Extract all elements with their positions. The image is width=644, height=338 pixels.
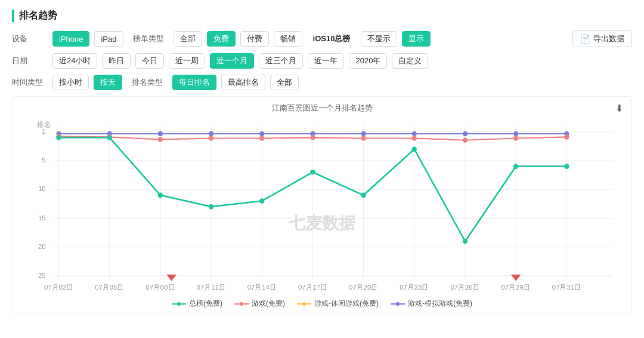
chart-title: 江南百景图近一个月排名趋势 [18, 103, 626, 113]
svg-point-43 [463, 131, 467, 137]
btn-by-hour[interactable]: 按小时 [52, 75, 89, 90]
btn-all-list[interactable]: 全部 [174, 31, 202, 47]
svg-text:07月17日: 07月17日 [298, 283, 327, 291]
chart-area: 江南百景图近一个月排名趋势 ⬇ 七麦数据 .axis-text { font-s… [12, 96, 632, 314]
btn-week[interactable]: 近一周 [169, 53, 205, 69]
legend-sim-free: 游戏-模拟游戏(免费) [391, 299, 472, 309]
export-button[interactable]: 📄 导出数据 [572, 30, 632, 47]
svg-text:5: 5 [42, 156, 45, 164]
svg-text:25: 25 [38, 271, 46, 279]
svg-point-41 [361, 131, 366, 137]
btn-paid[interactable]: 付费 [240, 31, 269, 47]
download-icon[interactable]: ⬇ [615, 103, 623, 114]
btn-free[interactable]: 免费 [207, 31, 236, 47]
rank-type-label: 排名类型 [132, 77, 168, 88]
svg-point-55 [513, 136, 518, 141]
btn-iphone[interactable]: iPhone [52, 31, 89, 47]
btn-24h[interactable]: 近24小时 [52, 53, 97, 69]
time-type-label: 时间类型 [12, 77, 48, 88]
legend-casual-free: 游戏-休闲游戏(免费) [297, 299, 379, 309]
svg-text:07月02日: 07月02日 [44, 283, 73, 291]
export-icon: 📄 [580, 34, 590, 44]
btn-by-day[interactable]: 按天 [94, 75, 122, 90]
legend-total-free-label: 总榜(免费) [189, 299, 222, 309]
svg-point-59 [158, 193, 163, 198]
chart-wrapper: 七麦数据 .axis-text { font-size: 11px; fill:… [18, 116, 626, 295]
main-container: 排名趋势 设备 iPhone iPad 榜单类型 全部 免费 付费 畅销 iOS… [0, 0, 644, 324]
svg-point-39 [259, 131, 264, 137]
btn-today[interactable]: 今日 [135, 53, 164, 69]
btn-month[interactable]: 近一个月 [210, 53, 254, 69]
btn-yesterday[interactable]: 昨日 [102, 53, 131, 69]
btn-3months[interactable]: 近三个月 [259, 53, 303, 69]
svg-marker-68 [166, 275, 177, 281]
svg-text:15: 15 [38, 213, 46, 221]
svg-point-67 [564, 164, 569, 169]
svg-text:10: 10 [38, 185, 46, 192]
list-type-label: 榜单类型 [133, 33, 169, 44]
svg-text:07月20日: 07月20日 [349, 283, 378, 291]
svg-point-57 [56, 135, 61, 140]
svg-point-73 [240, 302, 243, 306]
svg-point-58 [107, 135, 112, 140]
svg-text:07月11日: 07月11日 [197, 283, 226, 291]
svg-point-61 [259, 198, 264, 204]
btn-bestseller[interactable]: 畅销 [274, 31, 302, 47]
btn-show[interactable]: 显示 [402, 31, 431, 47]
legend-casual-free-label: 游戏-休闲游戏(免费) [314, 299, 379, 309]
section-title: 排名趋势 [12, 10, 632, 22]
svg-point-60 [209, 204, 213, 210]
btn-all-rank[interactable]: 全部 [270, 75, 299, 90]
btn-2020[interactable]: 2020年 [349, 53, 387, 69]
svg-text:07月26日: 07月26日 [450, 283, 479, 291]
svg-point-44 [513, 131, 518, 137]
svg-point-50 [259, 136, 264, 141]
device-label: 设备 [12, 33, 48, 44]
svg-point-71 [177, 302, 181, 306]
svg-text:07月05日: 07月05日 [95, 283, 124, 291]
legend-game-free-label: 游戏(免费) [252, 299, 285, 309]
svg-text:07月31日: 07月31日 [552, 283, 581, 291]
svg-text:07月23日: 07月23日 [400, 283, 429, 291]
btn-daily-rank[interactable]: 每日排名 [172, 75, 216, 90]
legend-total-free: 总榜(免费) [172, 299, 222, 309]
svg-point-53 [412, 136, 417, 141]
legend-game-free: 游戏(免费) [234, 299, 285, 309]
svg-point-63 [361, 193, 366, 198]
svg-point-64 [412, 146, 417, 152]
export-label: 导出数据 [593, 33, 624, 44]
btn-year[interactable]: 近一年 [308, 53, 344, 69]
device-filter-row: 设备 iPhone iPad 榜单类型 全部 免费 付费 畅销 iOS10总榜 … [12, 30, 632, 47]
svg-point-38 [209, 131, 213, 137]
svg-point-49 [209, 136, 213, 141]
date-filter-row: 日期 近24小时 昨日 今日 近一周 近一个月 近三个月 近一年 2020年 自… [12, 53, 632, 69]
time-type-filter-row: 时间类型 按小时 按天 排名类型 每日排名 最高排名 全部 [12, 75, 632, 90]
svg-text:07月29日: 07月29日 [501, 283, 531, 291]
svg-point-42 [412, 131, 417, 137]
svg-point-75 [302, 302, 306, 306]
svg-point-54 [463, 137, 467, 143]
svg-point-48 [158, 137, 163, 142]
svg-text:07月08日: 07月08日 [145, 283, 175, 291]
svg-text:07月14日: 07月14日 [247, 283, 277, 291]
btn-hide[interactable]: 不显示 [361, 31, 397, 47]
chart-legend: 总榜(免费) 游戏(免费) 游戏-休闲游戏(免费) 游戏-模拟游戏(免费) [18, 299, 626, 309]
chart-svg: .axis-text { font-size: 11px; fill: #999… [18, 116, 626, 295]
svg-point-66 [513, 164, 518, 169]
svg-point-65 [463, 239, 467, 244]
svg-text:20: 20 [38, 242, 46, 250]
date-label: 日期 [12, 56, 48, 66]
svg-point-77 [396, 302, 400, 306]
svg-point-56 [564, 134, 569, 140]
ios10-label: iOS10总榜 [307, 31, 357, 47]
svg-point-52 [361, 136, 366, 141]
svg-marker-69 [511, 275, 521, 281]
svg-point-62 [310, 170, 315, 175]
svg-point-37 [158, 131, 163, 137]
btn-highest-rank[interactable]: 最高排名 [221, 75, 265, 90]
btn-ipad[interactable]: iPad [94, 31, 123, 47]
svg-point-51 [310, 135, 315, 140]
svg-text:1: 1 [42, 127, 45, 135]
legend-sim-free-label: 游戏-模拟游戏(免费) [408, 299, 472, 309]
btn-custom[interactable]: 自定义 [392, 53, 428, 69]
